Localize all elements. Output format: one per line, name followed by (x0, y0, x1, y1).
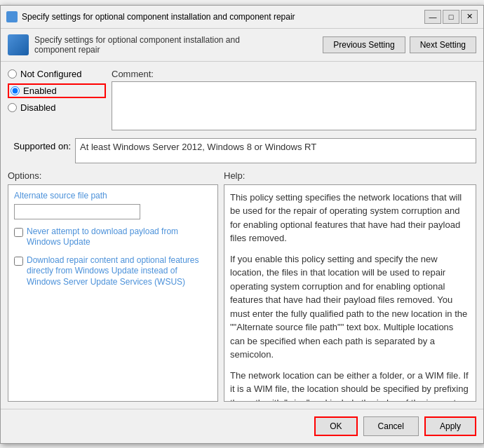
options-box: Alternate source file path Never attempt… (8, 184, 218, 402)
maximize-button[interactable]: □ (443, 10, 459, 24)
checkbox1-row: Never attempt to download payload from W… (14, 226, 212, 248)
header-title: Specify settings for optional component … (34, 35, 280, 55)
title-bar: Specify settings for optional component … (1, 6, 483, 29)
enabled-radio[interactable] (11, 86, 20, 95)
main-dialog: Specify settings for optional component … (0, 5, 484, 444)
help-title: Help: (224, 170, 476, 181)
not-configured-label: Not Configured (20, 69, 81, 79)
help-box[interactable]: This policy setting specifies the networ… (224, 184, 476, 402)
comment-textarea[interactable] (112, 81, 476, 130)
header-left: Specify settings for optional component … (8, 34, 280, 55)
ok-button[interactable]: OK (314, 416, 357, 436)
radio-section: Not Configured Enabled Disabled (8, 69, 106, 133)
enabled-label: Enabled (23, 86, 57, 96)
dialog-title: Specify settings for optional component … (22, 12, 295, 22)
disabled-radio-label[interactable]: Disabled (8, 102, 106, 113)
header-icon (8, 34, 29, 55)
disabled-radio[interactable] (8, 103, 17, 112)
comment-label: Comment: (112, 69, 476, 79)
download-repair-checkbox[interactable] (14, 257, 23, 266)
checkbox2-row: Download repair content and optional fea… (14, 255, 212, 288)
options-panel: Options: Alternate source file path Neve… (8, 170, 218, 402)
previous-setting-button[interactable]: Previous Setting (323, 36, 405, 53)
minimize-button[interactable]: — (424, 10, 441, 24)
main-content: Not Configured Enabled Disabled Comment: (1, 62, 483, 409)
not-configured-radio-label[interactable]: Not Configured (8, 69, 106, 79)
supported-value: At least Windows Server 2012, Windows 8 … (75, 138, 476, 163)
alt-source-input[interactable] (14, 204, 140, 219)
footer: OK Cancel Apply (1, 409, 483, 443)
right-column: Comment: (112, 69, 476, 133)
help-para-3: The network location can be either a fol… (230, 369, 470, 402)
never-download-checkbox[interactable] (14, 228, 23, 237)
cancel-button[interactable]: Cancel (363, 416, 419, 436)
header-section: Specify settings for optional component … (1, 29, 483, 62)
help-panel: Help: This policy setting specifies the … (224, 170, 476, 402)
title-buttons: — □ ✕ (424, 10, 478, 24)
apply-button[interactable]: Apply (424, 416, 476, 436)
title-bar-left: Specify settings for optional component … (6, 11, 295, 22)
help-para-1: This policy setting specifies the networ… (230, 191, 470, 245)
supported-label: Supported on: (8, 138, 71, 151)
dialog-icon (6, 11, 18, 22)
download-repair-label: Download repair content and optional fea… (27, 255, 212, 288)
enabled-radio-label[interactable]: Enabled (8, 83, 106, 98)
alt-source-label: Alternate source file path (14, 191, 212, 201)
not-configured-radio[interactable] (8, 69, 17, 79)
next-setting-button[interactable]: Next Setting (410, 36, 476, 53)
close-button[interactable]: ✕ (461, 10, 478, 24)
help-para-2: If you enable this policy setting and sp… (230, 252, 470, 362)
options-help-section: Options: Alternate source file path Neve… (8, 170, 476, 402)
never-download-label: Never attempt to download payload from W… (27, 226, 212, 248)
disabled-label: Disabled (20, 102, 56, 113)
options-title: Options: (8, 170, 218, 181)
header-buttons: Previous Setting Next Setting (323, 36, 476, 53)
comment-area: Comment: (112, 69, 476, 133)
